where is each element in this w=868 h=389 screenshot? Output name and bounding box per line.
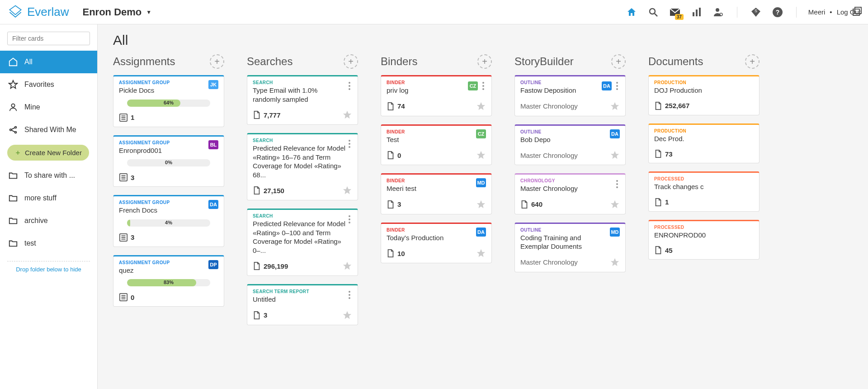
username[interactable]: Meeri — [808, 8, 826, 16]
card-title: Enronprod001 — [119, 146, 170, 155]
card-type: CHRONOLOGY — [520, 178, 578, 183]
star-icon[interactable] — [476, 199, 486, 209]
card-title: French Docs — [119, 206, 170, 215]
sidebar-folder[interactable]: To share with ... — [0, 164, 97, 187]
card-title: Type Email with 1.0% randomly sampled — [253, 86, 347, 104]
star-icon[interactable] — [476, 150, 486, 160]
card[interactable]: ASSIGNMENT GROUPquezDP83%0 — [113, 255, 224, 307]
star-icon[interactable] — [342, 261, 352, 271]
add-button[interactable]: + — [477, 54, 492, 69]
card[interactable]: BINDERToday's ProductionDA10 — [381, 223, 492, 264]
card-title: Today's Production — [387, 233, 443, 242]
card[interactable]: BINDERTestCZ0 — [381, 124, 492, 166]
card-type: PRODUCTION — [654, 80, 702, 85]
create-folder-button[interactable]: ＋ Create New Folder — [7, 145, 89, 161]
add-button[interactable]: + — [611, 54, 626, 69]
card-count: 10 — [387, 249, 405, 258]
card-menu[interactable] — [347, 213, 352, 225]
add-button[interactable]: + — [745, 54, 760, 69]
card[interactable]: BINDERpriv logCZ74 — [381, 75, 492, 116]
card[interactable]: ASSIGNMENT GROUPEnronprod001BL0%3 — [113, 135, 224, 187]
sidebar-folder[interactable]: archive — [0, 209, 97, 232]
card[interactable]: SEARCHPredicted Relevance for Model «Rat… — [247, 133, 358, 200]
star-icon[interactable] — [610, 101, 620, 111]
column-title: Binders — [381, 55, 417, 68]
filter-cards-input[interactable] — [7, 32, 90, 45]
progress-bar: 64% — [127, 100, 210, 107]
star-icon[interactable] — [476, 248, 486, 258]
card[interactable]: SEARCH TERM REPORTUntitled3 — [247, 284, 358, 325]
add-button[interactable]: + — [344, 54, 358, 69]
project-selector[interactable]: Enron Demo ▼ — [82, 6, 151, 18]
project-name: Enron Demo — [82, 6, 142, 18]
column-title: Assignments — [113, 55, 175, 68]
card-type: SEARCH — [253, 80, 347, 85]
add-button[interactable]: + — [210, 54, 224, 69]
user-settings-icon[interactable] — [712, 6, 724, 18]
star-icon[interactable] — [476, 101, 486, 111]
sidebar-item-shared-with-me[interactable]: Shared With Me — [0, 119, 97, 141]
card[interactable]: SEARCHType Email with 1.0% randomly samp… — [247, 75, 358, 125]
star-icon[interactable] — [342, 310, 352, 320]
card-count: 27,150 — [253, 186, 284, 195]
card-menu[interactable] — [347, 289, 352, 301]
sidebar-folder[interactable]: more stuff — [0, 187, 97, 209]
card[interactable]: OUTLINEFastow DepositionDAMaster Chronol… — [514, 75, 626, 116]
card-count: 3 — [119, 173, 134, 182]
card[interactable]: PROCESSEDENRONPROD0045 — [648, 220, 760, 260]
svg-rect-4 — [699, 8, 701, 16]
avatar-badge: DP — [208, 260, 218, 269]
sidebar-item-all[interactable]: All — [0, 51, 97, 73]
card-menu[interactable] — [614, 178, 620, 190]
card[interactable]: CHRONOLOGYMaster Chronology640 — [514, 173, 626, 214]
sidebar-item-label: Favorites — [24, 81, 54, 89]
star-icon[interactable] — [610, 257, 620, 267]
card[interactable]: OUTLINEBob DepoDAMaster Chronology — [514, 124, 626, 166]
card-type: ASSIGNMENT GROUP — [119, 80, 170, 85]
search-icon[interactable] — [647, 6, 659, 18]
column-assignments: Assignments+ASSIGNMENT GROUPPickle DocsJ… — [113, 54, 224, 325]
card-menu[interactable] — [614, 80, 620, 92]
column-documents: Documents+PRODUCTIONDOJ Production252,66… — [648, 54, 760, 325]
card-count: 45 — [654, 246, 673, 255]
card[interactable]: OUTLINECoding Training and Exemplar Doum… — [514, 223, 626, 272]
card-type: BINDER — [387, 178, 416, 183]
card-count: 73 — [654, 149, 673, 158]
card-menu[interactable] — [347, 138, 352, 150]
avatar-badge: MD — [476, 178, 486, 187]
card-count: 0 — [119, 293, 134, 302]
card[interactable]: PRODUCTIONDec Prod.73 — [648, 123, 760, 164]
card[interactable]: PRODUCTIONDOJ Production252,667 — [648, 75, 760, 115]
help-icon[interactable]: ? — [772, 6, 783, 18]
card-subtitle: Master Chronology — [520, 152, 578, 159]
card[interactable]: BINDERMeeri testMD3 — [381, 173, 492, 214]
card-menu[interactable] — [347, 80, 352, 92]
sidebar-folder[interactable]: test — [0, 232, 97, 255]
card-title: Bob Depo — [520, 135, 551, 144]
card-count: 74 — [387, 102, 405, 111]
svg-point-11 — [10, 129, 12, 131]
home-icon[interactable] — [626, 6, 637, 18]
sidebar-item-label: Mine — [24, 103, 40, 111]
sidebar-item-favorites[interactable]: Favorites — [0, 73, 97, 96]
card[interactable]: ASSIGNMENT GROUPPickle DocsJK64%1 — [113, 75, 224, 127]
star-icon[interactable] — [610, 199, 620, 209]
card[interactable]: ASSIGNMENT GROUPFrench DocsDA4%3 — [113, 195, 224, 247]
star-icon[interactable] — [342, 110, 352, 120]
sidebar-item-mine[interactable]: Mine — [0, 96, 97, 119]
card-type: SEARCH — [253, 138, 347, 143]
card-type: OUTLINE — [520, 129, 551, 134]
tag-icon[interactable]: S — [750, 6, 762, 18]
analytics-icon[interactable] — [691, 6, 703, 18]
mail-icon[interactable]: 37 — [669, 6, 681, 18]
card-type: BINDER — [387, 80, 408, 85]
card-menu[interactable] — [481, 80, 486, 92]
star-icon[interactable] — [342, 185, 352, 195]
header-icons: 37 S ? — [626, 6, 799, 18]
star-icon[interactable] — [610, 150, 620, 160]
svg-point-13 — [15, 132, 17, 133]
logo[interactable]: Everlaw — [7, 4, 69, 20]
card[interactable]: SEARCHPredicted Relevance for Model «Rat… — [247, 209, 358, 276]
card[interactable]: PROCESSEDTrack changes c1 — [648, 171, 760, 212]
avatar-badge: CZ — [468, 81, 478, 90]
